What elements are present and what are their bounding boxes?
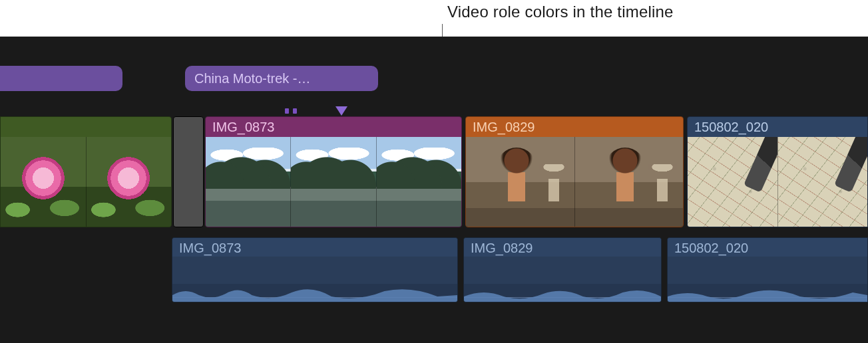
clip-filmstrip [688, 137, 867, 227]
audio-lane: IMG_0873 IMG_0829 150802_020 [0, 237, 868, 302]
audio-waveform [172, 257, 457, 302]
video-clip-150802[interactable]: 150802_020 [687, 116, 868, 227]
keyframe-marker[interactable] [335, 106, 347, 116]
clip-name: IMG_0829 [471, 241, 533, 256]
clip-filmstrip [1, 137, 171, 227]
gap-clip[interactable] [173, 116, 204, 227]
clip-filmstrip [466, 137, 683, 227]
video-clip-img0829[interactable]: IMG_0829 [465, 116, 684, 227]
callout-label: Video role colors in the timeline [447, 3, 674, 21]
title-clip-china[interactable]: China Moto-trek -… [185, 66, 378, 91]
primary-storyline: IMG_0873 IMG_0829 150802_020 [0, 116, 868, 227]
clip-name: IMG_0829 [473, 120, 535, 135]
video-clip-img0873[interactable]: IMG_0873 [205, 116, 462, 227]
clip-name: 150802_020 [674, 241, 748, 256]
clip-name: 150802_020 [694, 120, 768, 135]
clip-name: IMG_0873 [179, 241, 241, 256]
timeline[interactable]: China Moto-trek -… IMG_0873 [0, 37, 868, 343]
clip-filmstrip [206, 137, 461, 227]
audio-clip-img0873[interactable]: IMG_0873 [172, 237, 458, 302]
title-clip-label: China Moto-trek -… [194, 71, 311, 86]
clip-name: IMG_0873 [212, 120, 274, 135]
edit-indicator [285, 108, 289, 114]
title-clip-fragment[interactable] [0, 66, 122, 91]
edit-indicator [293, 108, 297, 114]
audio-waveform [464, 257, 661, 302]
audio-clip-img0829[interactable]: IMG_0829 [463, 237, 662, 302]
titles-lane: China Moto-trek -… [0, 66, 868, 91]
audio-waveform [668, 257, 867, 302]
audio-clip-150802[interactable]: 150802_020 [667, 237, 868, 302]
video-clip-lotus[interactable] [0, 116, 172, 227]
